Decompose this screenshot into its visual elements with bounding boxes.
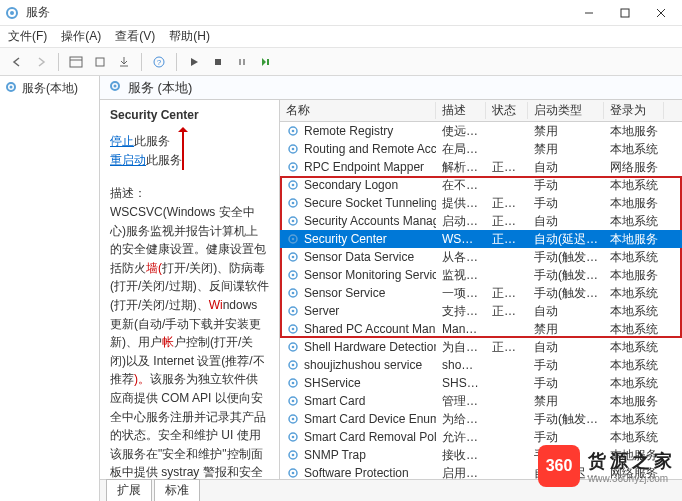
gear-icon [286, 178, 300, 192]
table-row[interactable]: Smart Card Device Enum…为给…手动(触发…本地系统 [280, 410, 682, 428]
service-start: 自动 [528, 159, 604, 176]
table-row[interactable]: RPC Endpoint Mapper解析…正在…自动网络服务 [280, 158, 682, 176]
service-desc: SHS… [436, 376, 486, 390]
table-row[interactable]: Smart Card Removal Poli…允许…手动本地系统 [280, 428, 682, 446]
menu-help[interactable]: 帮助(H) [169, 28, 210, 45]
svg-rect-14 [267, 59, 269, 65]
export-button[interactable] [113, 51, 135, 73]
table-row[interactable]: Sensor Data Service从各…手动(触发…本地系统 [280, 248, 682, 266]
table-row[interactable]: Shared PC Account Mana…Man…禁用本地系统 [280, 320, 682, 338]
service-status: 正在… [486, 213, 528, 230]
table-row[interactable]: shoujizhushou serviceshou…手动本地系统 [280, 356, 682, 374]
service-status: 正在… [486, 195, 528, 212]
service-logon: 本地系统 [604, 429, 664, 446]
service-logon: 本地服务 [604, 123, 664, 140]
service-logon: 本地系统 [604, 375, 664, 392]
table-row[interactable]: Security CenterWSC…正在…自动(延迟…本地服务 [280, 230, 682, 248]
service-start: 自动(延迟… [528, 231, 604, 248]
service-start: 手动 [528, 177, 604, 194]
gear-icon [286, 268, 300, 282]
tab-extended[interactable]: 扩展 [106, 479, 152, 501]
gear-icon [108, 79, 122, 96]
tree-pane: 服务(本地) [0, 76, 100, 501]
svg-rect-6 [70, 57, 82, 67]
maximize-button[interactable] [608, 2, 642, 24]
service-logon: 本地系统 [604, 357, 664, 374]
properties-button[interactable] [65, 51, 87, 73]
table-row[interactable]: Secure Socket Tunneling …提供…正在…手动本地服务 [280, 194, 682, 212]
service-name: Security Accounts Manag… [304, 214, 436, 228]
tab-standard[interactable]: 标准 [154, 479, 200, 501]
refresh-button[interactable] [89, 51, 111, 73]
gear-icon [286, 466, 300, 479]
back-button[interactable] [6, 51, 28, 73]
tree-root[interactable]: 服务(本地) [0, 76, 99, 101]
service-desc: Man… [436, 322, 486, 336]
service-start: 手动 [528, 429, 604, 446]
stop-button[interactable] [207, 51, 229, 73]
menu-view[interactable]: 查看(V) [115, 28, 155, 45]
service-name: Secondary Logon [304, 178, 398, 192]
gear-icon [286, 214, 300, 228]
menu-action[interactable]: 操作(A) [61, 28, 101, 45]
restart-link[interactable]: 重启动 [110, 153, 146, 167]
service-desc: 为给… [436, 411, 486, 428]
service-name: Sensor Service [304, 286, 385, 300]
pause-button[interactable] [231, 51, 253, 73]
restart-button[interactable] [255, 51, 277, 73]
col-name[interactable]: 名称 [280, 102, 436, 119]
service-start: 自动 [528, 303, 604, 320]
svg-point-44 [292, 346, 295, 349]
minimize-button[interactable] [572, 2, 606, 24]
table-row[interactable]: Remote Registry使远…禁用本地服务 [280, 122, 682, 140]
gear-icon [286, 430, 300, 444]
table-row[interactable]: Smart Card管理…禁用本地服务 [280, 392, 682, 410]
service-name: Security Center [304, 232, 387, 246]
table-row[interactable]: Sensor Monitoring Service监视…手动(触发…本地服务 [280, 266, 682, 284]
svg-rect-8 [96, 58, 104, 66]
col-desc[interactable]: 描述 [436, 102, 486, 119]
gear-icon [286, 376, 300, 390]
help-button[interactable]: ? [148, 51, 170, 73]
table-row[interactable]: SHServiceSHS…手动本地系统 [280, 374, 682, 392]
pane-header: 服务 (本地) [100, 76, 682, 100]
svg-point-58 [292, 472, 295, 475]
col-status[interactable]: 状态 [486, 102, 528, 119]
table-row[interactable]: Server支持…正在…自动本地系统 [280, 302, 682, 320]
col-logon[interactable]: 登录为 [604, 102, 664, 119]
service-logon: 本地系统 [604, 339, 664, 356]
col-start[interactable]: 启动类型 [528, 102, 604, 119]
svg-point-28 [292, 202, 295, 205]
svg-point-48 [292, 382, 295, 385]
service-desc: 在不… [436, 177, 486, 194]
service-start: 禁用 [528, 321, 604, 338]
stop-link[interactable]: 停止 [110, 134, 134, 148]
svg-point-56 [292, 454, 295, 457]
service-name: RPC Endpoint Mapper [304, 160, 424, 174]
service-start: 手动(触发… [528, 267, 604, 284]
service-list[interactable]: Remote Registry使远…禁用本地服务Routing and Remo… [280, 122, 682, 479]
table-row[interactable]: Shell Hardware Detection为自…正在…自动本地系统 [280, 338, 682, 356]
tree-root-label: 服务(本地) [22, 80, 78, 97]
forward-button[interactable] [30, 51, 52, 73]
service-start: 自动 [528, 213, 604, 230]
svg-point-46 [292, 364, 295, 367]
svg-point-38 [292, 292, 295, 295]
service-status: 正在… [486, 231, 528, 248]
table-row[interactable]: Secondary Logon在不…手动本地系统 [280, 176, 682, 194]
service-start: 手动 [528, 375, 604, 392]
table-row[interactable]: Routing and Remote Acc…在局…禁用本地系统 [280, 140, 682, 158]
service-name: Sensor Monitoring Service [304, 268, 436, 282]
service-desc: WSC… [436, 232, 486, 246]
table-row[interactable]: Sensor Service一项…正在…手动(触发…本地系统 [280, 284, 682, 302]
service-name: Sensor Data Service [304, 250, 414, 264]
service-start: 手动(触发… [528, 249, 604, 266]
menu-file[interactable]: 文件(F) [8, 28, 47, 45]
service-status: 正在… [486, 303, 528, 320]
service-status: 正在… [486, 339, 528, 356]
start-button[interactable] [183, 51, 205, 73]
service-name: Shared PC Account Mana… [304, 322, 436, 336]
close-button[interactable] [644, 2, 678, 24]
table-row[interactable]: Security Accounts Manag…启动…正在…自动本地系统 [280, 212, 682, 230]
service-start: 禁用 [528, 141, 604, 158]
